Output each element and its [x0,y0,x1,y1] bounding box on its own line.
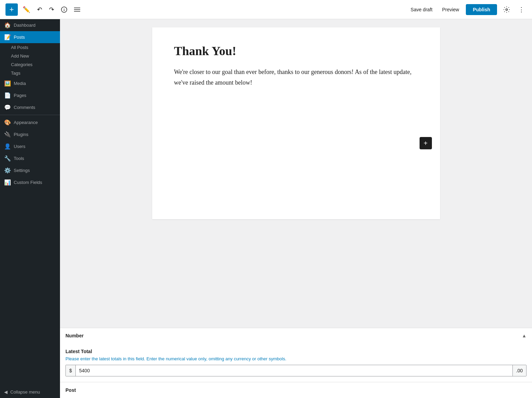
sidebar-posts-label: Posts [14,35,25,40]
dashboard-icon: 🏠 [4,22,11,28]
sidebar-dashboard-label: Dashboard [14,23,36,28]
sidebar-sub-categories[interactable]: Categories [0,60,60,69]
sidebar-item-comments[interactable]: 💬 Comments [0,101,60,113]
editor-canvas: Thank You! We're closer to our goal than… [152,27,440,219]
sidebar: 🏠 Dashboard 📝 Posts All Posts Add New Ca… [0,19,60,398]
post-section-title: Post [65,387,76,393]
sidebar-pages-label: Pages [14,93,26,98]
redo-button[interactable]: ↷ [47,4,56,15]
sidebar-comments-label: Comments [14,105,35,110]
preview-button[interactable]: Preview [439,5,462,14]
publish-button[interactable]: Publish [466,4,497,15]
editor-area[interactable]: Thank You! We're closer to our goal than… [60,19,532,328]
sidebar-item-users[interactable]: 👤 Users [0,140,60,152]
field-label: Latest Total [65,349,527,354]
settings-icon-button[interactable] [501,4,512,15]
sidebar-plugins-label: Plugins [14,132,28,137]
collapse-menu-label: Collapse menu [10,389,40,395]
number-section-title: Number [65,333,84,338]
sidebar-tools-label: Tools [14,156,24,161]
svg-point-2 [64,8,64,9]
topbar-right: Save draft Preview Publish ⋮ [408,4,527,15]
plugins-icon: 🔌 [4,131,11,138]
sidebar-item-settings[interactable]: ⚙️ Settings [0,164,60,176]
users-icon: 👤 [4,143,11,150]
pages-icon: 📄 [4,92,11,99]
sidebar-sub-all-posts[interactable]: All Posts [0,43,60,52]
sidebar-item-dashboard[interactable]: 🏠 Dashboard [0,19,60,31]
currency-prefix: $ [66,365,76,376]
sidebar-item-pages[interactable]: 📄 Pages [0,89,60,101]
undo-button[interactable]: ↶ [35,4,44,15]
topbar: + ✏️ ↶ ↷ Save draft Preview Publish [0,0,532,19]
settings-icon: ⚙️ [4,167,11,174]
posts-icon: 📝 [4,34,11,40]
svg-point-6 [506,9,508,10]
bottom-panel: Number ▲ Latest Total Please enter the l… [60,328,532,398]
main-layout: 🏠 Dashboard 📝 Posts All Posts Add New Ca… [0,19,532,398]
sidebar-media-label: Media [14,81,26,86]
sidebar-sub-add-new[interactable]: Add New [0,52,60,60]
sidebar-appearance-label: Appearance [14,120,38,125]
tools-icon: 🔧 [4,155,11,162]
currency-suffix: .00 [512,365,526,376]
sidebar-item-media[interactable]: 🖼️ Media [0,77,60,89]
sidebar-sub-tags[interactable]: Tags [0,69,60,77]
post-title[interactable]: Thank You! [174,44,418,59]
sidebar-settings-label: Settings [14,168,30,173]
custom-fields-icon: 📊 [4,179,11,186]
field-hint: Please enter the latest totals in this f… [65,356,527,361]
number-collapse-button[interactable]: ▲ [522,333,527,338]
sidebar-users-label: Users [14,144,25,149]
post-body[interactable]: We're closer to our goal than ever befor… [174,67,418,88]
info-button[interactable] [59,4,69,15]
content-area: Thank You! We're closer to our goal than… [60,19,532,398]
number-section-header[interactable]: Number ▲ [60,328,532,343]
media-icon: 🖼️ [4,80,11,87]
collapse-icon: ◀ [4,389,8,395]
save-draft-button[interactable]: Save draft [408,5,435,14]
topbar-left: + ✏️ ↶ ↷ [5,3,82,16]
comments-icon: 💬 [4,104,11,111]
collapse-menu-button[interactable]: ◀ Collapse menu [0,386,60,398]
add-block-button[interactable]: + [420,137,432,149]
add-block-topbar-button[interactable]: + [5,3,18,16]
more-options-button[interactable]: ⋮ [516,4,527,15]
sidebar-item-tools[interactable]: 🔧 Tools [0,152,60,164]
appearance-icon: 🎨 [4,119,11,126]
number-section-body: Latest Total Please enter the latest tot… [60,343,532,382]
sidebar-item-posts[interactable]: 📝 Posts [0,31,60,43]
sidebar-item-custom-fields[interactable]: 📊 Custom Fields [0,176,60,188]
sidebar-item-plugins[interactable]: 🔌 Plugins [0,128,60,140]
edit-tool-button[interactable]: ✏️ [21,4,32,15]
currency-input-wrapper: $ .00 [65,365,527,376]
sidebar-custom-fields-label: Custom Fields [14,180,42,185]
currency-input-field[interactable] [76,365,512,376]
sidebar-item-appearance[interactable]: 🎨 Appearance [0,116,60,128]
number-section: Number ▲ Latest Total Please enter the l… [60,328,532,382]
list-view-button[interactable] [72,5,82,14]
post-section: Post [60,382,532,398]
